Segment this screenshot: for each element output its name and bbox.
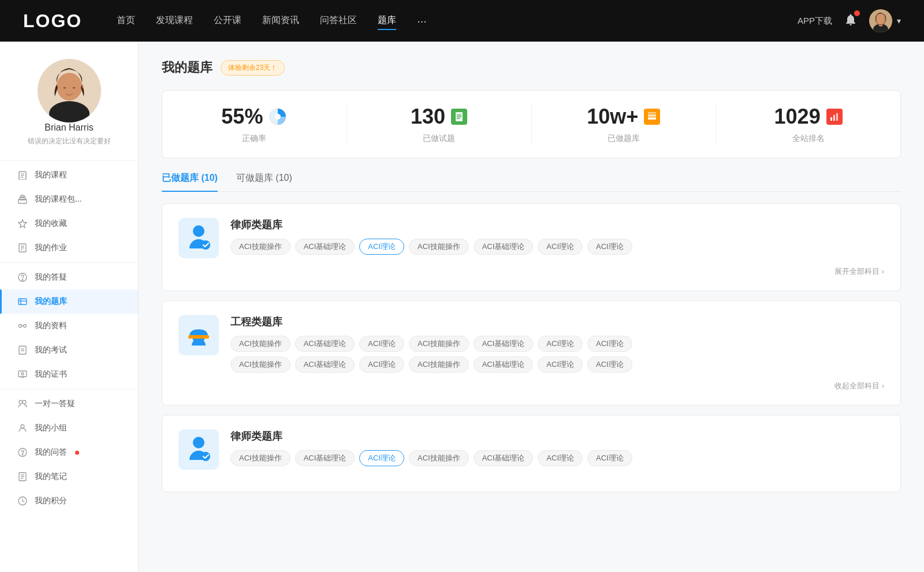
tag-2r2-7[interactable]: ACI理论 xyxy=(587,356,632,373)
svg-rect-58 xyxy=(836,113,838,121)
tag-3-7[interactable]: ACI理论 xyxy=(587,450,632,466)
tag-2-6[interactable]: ACI理论 xyxy=(538,336,583,352)
tag-2r2-6[interactable]: ACI理论 xyxy=(538,356,583,373)
tag-3-3[interactable]: ACI理论 xyxy=(359,450,404,466)
svg-rect-54 xyxy=(648,114,656,117)
tag-1-6[interactable]: ACI理论 xyxy=(538,239,583,255)
sidebar-item-notes[interactable]: 我的笔记 xyxy=(0,465,138,489)
svg-rect-24 xyxy=(18,299,27,304)
pie-chart-icon xyxy=(269,107,287,126)
tag-2r2-4[interactable]: ACI技能操作 xyxy=(409,356,469,373)
tab-available[interactable]: 可做题库 (10) xyxy=(236,172,292,191)
qbank-card-header-2: 工程类题库 ACI技能操作 ACI基础理论 ACI理论 ACI技能操作 ACI基… xyxy=(178,315,884,373)
qbank-card-lawyer-2: 律师类题库 ACI技能操作 ACI基础理论 ACI理论 ACI技能操作 ACI基… xyxy=(162,415,901,492)
sidebar-item-qbank[interactable]: 我的题库 xyxy=(0,289,138,314)
sidebar-item-myqa[interactable]: 我的答疑 xyxy=(0,265,138,289)
qa-badge xyxy=(75,451,79,455)
nav-home[interactable]: 首页 xyxy=(117,12,135,30)
sidebar-item-homework[interactable]: 我的作业 xyxy=(0,236,138,260)
app-download-button[interactable]: APP下载 xyxy=(798,16,832,27)
qbank-card-header-3: 律师类题库 ACI技能操作 ACI基础理论 ACI理论 ACI技能操作 ACI基… xyxy=(178,429,884,470)
user-avatar-menu[interactable]: ▾ xyxy=(869,9,901,32)
stat-top-questions: 130 xyxy=(411,105,467,129)
tag-2-4[interactable]: ACI技能操作 xyxy=(409,336,469,352)
sidebar-item-group[interactable]: 我的小组 xyxy=(0,416,138,440)
nav-discover[interactable]: 发现课程 xyxy=(156,12,193,30)
stack-icon xyxy=(644,109,660,125)
svg-point-41 xyxy=(22,454,23,455)
stat-label-qbanks: 已做题库 xyxy=(608,133,640,144)
svg-rect-61 xyxy=(188,335,209,339)
stat-label-correct: 正确率 xyxy=(242,133,266,144)
tag-1-1[interactable]: ACI技能操作 xyxy=(230,239,290,255)
sidebar-label-cert: 我的证书 xyxy=(35,369,67,380)
qbank-footer-2: 收起全部科目 › xyxy=(178,381,884,391)
tag-2-1[interactable]: ACI技能操作 xyxy=(230,336,290,352)
svg-point-28 xyxy=(24,325,27,328)
tag-2r2-2[interactable]: ACI基础理论 xyxy=(295,356,355,373)
sidebar-item-data[interactable]: 我的资料 xyxy=(0,314,138,338)
svg-rect-33 xyxy=(18,371,27,377)
tag-2-2[interactable]: ACI基础理论 xyxy=(295,336,355,352)
sidebar-menu: 我的课程 我的课程包... 我的收藏 我的作业 xyxy=(0,163,138,513)
stat-top-rank: 1029 xyxy=(774,105,843,129)
svg-point-8 xyxy=(63,87,66,89)
stat-value-qbanks: 10w+ xyxy=(587,105,638,129)
sidebar-item-cert[interactable]: 我的证书 xyxy=(0,362,138,387)
logo[interactable]: LOGO xyxy=(23,10,82,32)
tag-3-6[interactable]: ACI理论 xyxy=(538,450,583,466)
sidebar-item-package[interactable]: 我的课程包... xyxy=(0,187,138,211)
tag-3-2[interactable]: ACI基础理论 xyxy=(295,450,355,466)
sidebar-item-course[interactable]: 我的课程 xyxy=(0,163,138,187)
svg-point-48 xyxy=(275,114,281,120)
tab-done[interactable]: 已做题库 (10) xyxy=(162,172,218,191)
sidebar-label-package: 我的课程包... xyxy=(35,194,82,205)
profile-motto: 错误的决定比没有决定要好 xyxy=(28,136,111,146)
nav-qbank[interactable]: 题库 xyxy=(378,12,396,30)
data-icon xyxy=(17,321,28,331)
tag-1-7[interactable]: ACI理论 xyxy=(587,239,632,255)
notification-bell[interactable] xyxy=(844,13,858,29)
question-icon xyxy=(17,272,28,283)
sidebar-item-tutor[interactable]: 一对一答疑 xyxy=(0,392,138,416)
tag-2r2-5[interactable]: ACI基础理论 xyxy=(474,356,534,373)
tag-2r2-3[interactable]: ACI理论 xyxy=(359,356,404,373)
tag-1-5[interactable]: ACI基础理论 xyxy=(474,239,534,255)
svg-point-27 xyxy=(19,325,22,328)
navbar: LOGO 首页 发现课程 公开课 新闻资讯 问答社区 题库 ··· APP下载 xyxy=(0,0,924,42)
stat-questions-done: 130 已做试题 xyxy=(347,105,532,144)
nav-qa[interactable]: 问答社区 xyxy=(320,12,357,30)
tag-1-4[interactable]: ACI技能操作 xyxy=(409,239,469,255)
tag-1-2[interactable]: ACI基础理论 xyxy=(295,239,355,255)
qbank-icon-engineer xyxy=(178,315,219,355)
sidebar-item-favorites[interactable]: 我的收藏 xyxy=(0,211,138,236)
tag-2-5[interactable]: ACI基础理论 xyxy=(474,336,534,352)
nav-open-course[interactable]: 公开课 xyxy=(214,12,241,30)
nav-menu: 首页 发现课程 公开课 新闻资讯 问答社区 题库 ··· xyxy=(117,12,798,30)
sidebar-divider-3 xyxy=(0,389,138,389)
tag-2r2-1[interactable]: ACI技能操作 xyxy=(230,356,290,373)
sidebar-item-points[interactable]: 我的积分 xyxy=(0,489,138,513)
nav-more[interactable]: ··· xyxy=(417,12,427,30)
sidebar-divider-1 xyxy=(0,160,138,161)
expand-link-1[interactable]: 展开全部科目 › xyxy=(834,266,884,277)
profile-avatar xyxy=(38,59,101,122)
qbank-content-3: 律师类题库 ACI技能操作 ACI基础理论 ACI理论 ACI技能操作 ACI基… xyxy=(230,429,884,466)
qbank-card-engineer: 工程类题库 ACI技能操作 ACI基础理论 ACI理论 ACI技能操作 ACI基… xyxy=(162,300,901,406)
expand-link-2[interactable]: 收起全部科目 › xyxy=(834,381,884,391)
sidebar-item-exam[interactable]: 我的考试 xyxy=(0,338,138,362)
sidebar: Brian Harris 错误的决定比没有决定要好 我的课程 我的课程包... xyxy=(0,42,139,572)
tag-3-4[interactable]: ACI技能操作 xyxy=(409,450,469,466)
svg-rect-56 xyxy=(830,117,832,121)
navbar-right: APP下载 ▾ xyxy=(798,9,901,32)
tag-3-5[interactable]: ACI基础理论 xyxy=(474,450,534,466)
nav-news[interactable]: 新闻资讯 xyxy=(262,12,299,30)
qbank-tags-2-row2: ACI技能操作 ACI基础理论 ACI理论 ACI技能操作 ACI基础理论 AC… xyxy=(230,356,884,373)
tag-1-3[interactable]: ACI理论 xyxy=(359,239,404,255)
doc-icon xyxy=(451,109,467,125)
tag-2-7[interactable]: ACI理论 xyxy=(587,336,632,352)
tag-3-1[interactable]: ACI技能操作 xyxy=(230,450,290,466)
group-icon xyxy=(17,423,28,433)
tag-2-3[interactable]: ACI理论 xyxy=(359,336,404,352)
sidebar-item-qa[interactable]: 我的问答 xyxy=(0,440,138,465)
